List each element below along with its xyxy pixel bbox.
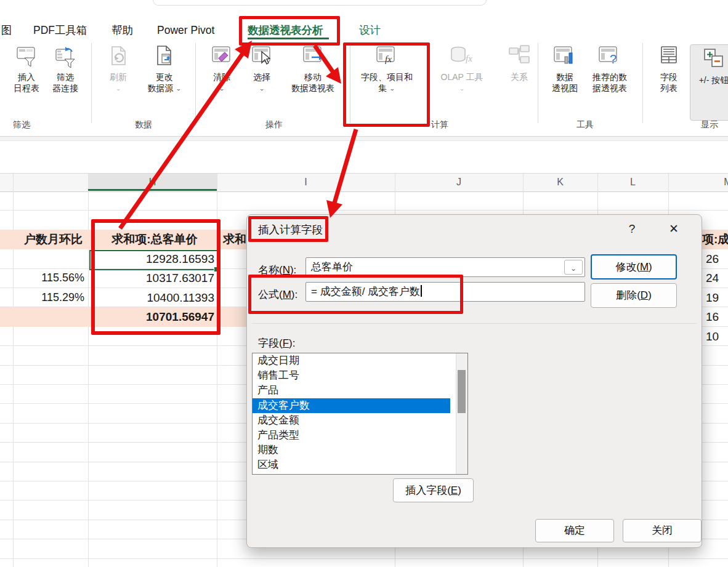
close-icon[interactable]: ✕ [663, 220, 684, 238]
scrollbar-thumb[interactable] [458, 370, 466, 413]
ribbon-lower-strip [0, 137, 728, 141]
relationships-button: 关系 [499, 44, 540, 82]
field-list-icon [649, 44, 689, 70]
annotation-box-pivot-analyze-tab [239, 16, 340, 46]
refresh-icon [99, 44, 138, 70]
annotation-box-formula [248, 275, 463, 314]
cell-right-value[interactable]: 24 [706, 268, 728, 288]
pivot-row-header[interactable]: 户数月环比 [0, 230, 83, 249]
select-button[interactable]: 选择 ⌄ [243, 44, 280, 94]
column-header-i[interactable]: I [217, 174, 395, 191]
cell-pct[interactable]: 115.56% [13, 268, 84, 288]
tab-view-partial[interactable]: 图 [1, 22, 12, 38]
ok-button[interactable]: 确定 [535, 519, 614, 542]
ribbon-separator [642, 43, 643, 123]
clear-icon [203, 44, 240, 70]
ribbon-separator [538, 43, 538, 123]
delete-button[interactable]: 删除(D) [591, 283, 677, 308]
titlebar-tab-outline [153, 0, 487, 6]
select-icon [243, 44, 280, 70]
change-data-source-button[interactable]: 更改 数据源 ⌄ [140, 44, 188, 94]
tab-power-pivot[interactable]: Power Pivot [157, 22, 214, 38]
column-header-m[interactable]: M [714, 174, 728, 191]
svg-text:?: ? [610, 52, 617, 66]
cell-right-value[interactable]: 26 [706, 249, 728, 268]
group-label-calculations: 计算 [431, 119, 448, 131]
column-header-j[interactable]: J [395, 174, 523, 191]
pivot-col-header-right-partial[interactable]: 项:成 [702, 230, 728, 249]
insert-timeline-button[interactable]: 插入 日程表 [9, 44, 44, 94]
dialog-separator [252, 323, 697, 324]
cell-right-value[interactable]: 19 [706, 288, 728, 307]
recommended-pivottables-button[interactable]: ? 推荐的数 据透视表 [586, 44, 633, 94]
olap-tools-icon: fx [431, 44, 493, 70]
list-item[interactable]: 产品类型 [253, 428, 467, 443]
group-label-data: 数据 [135, 119, 152, 131]
move-pivottable-icon [285, 44, 341, 70]
column-header-k[interactable]: K [523, 174, 597, 191]
cell-pct[interactable]: 115.29% [13, 288, 84, 307]
plus-minus-buttons-icon [690, 47, 728, 73]
tab-help[interactable]: 帮助 [111, 22, 133, 38]
list-item[interactable]: 期数 [253, 443, 467, 457]
ribbon-separator [195, 43, 196, 123]
pivot-col-header-partial[interactable]: 求和 [223, 230, 248, 249]
change-data-source-icon [140, 44, 188, 70]
fields-listbox[interactable]: 成交日期 销售工号 产品 成交客户数 成交金额 产品类型 期数 区域 [252, 353, 468, 475]
modify-button[interactable]: 修改(M) [591, 254, 677, 279]
name-value: 总客单价 [311, 261, 353, 273]
annotation-box-price-column [91, 219, 220, 335]
tab-pdf-toolbox[interactable]: PDF工具箱 [33, 22, 87, 38]
clear-button[interactable]: 清除 ⌄ [203, 44, 240, 94]
cell-right-value[interactable]: 10 [706, 327, 728, 346]
pivotchart-icon [545, 44, 584, 70]
listbox-scrollbar[interactable] [456, 353, 467, 474]
excel-window: 图 PDF工具箱 帮助 Power Pivot 数据透视表分析 设计 插入 日程… [0, 0, 728, 567]
list-item[interactable]: 成交日期 [253, 353, 467, 368]
group-label-show: 显示 [701, 119, 718, 131]
annotation-box-dialog-title [248, 216, 328, 242]
cell-right-value[interactable]: 16 [706, 307, 728, 326]
chevron-down-icon: ⌄ [176, 84, 181, 93]
tab-design[interactable]: 设计 [359, 22, 381, 38]
list-item-selected[interactable]: 成交客户数 [253, 398, 450, 413]
chevron-down-icon: ⌄ [219, 84, 224, 93]
annotation-box-fields-items-sets [343, 42, 430, 127]
group-label-filter: 筛选 [13, 119, 30, 131]
ribbon-separator [91, 43, 92, 123]
fields-label: 字段(F): [258, 336, 295, 350]
field-list-button[interactable]: 字段 列表 [649, 44, 689, 94]
plus-minus-buttons-button[interactable]: +/- 按钮 [690, 44, 728, 121]
column-header-h[interactable]: H [88, 174, 217, 191]
chevron-down-icon: ⌄ [115, 84, 121, 93]
close-button[interactable]: 关闭 [623, 519, 702, 542]
selected-column-underline [88, 189, 217, 191]
list-item[interactable]: 区域 [253, 457, 467, 472]
list-item[interactable]: 成交金额 [253, 413, 467, 428]
list-item[interactable]: 销售工号 [253, 368, 467, 383]
group-label-tools: 工具 [576, 119, 594, 131]
recommended-pivottables-icon: ? [586, 44, 633, 70]
pivotchart-button[interactable]: 数据 透视图 [545, 44, 584, 94]
insert-calculated-field-dialog: 插入计算字段 ? ✕ 名称(N): 总客单价 ⌄ 修改(M) 公式(M): = … [246, 214, 702, 548]
chevron-down-icon[interactable]: ⌄ [564, 260, 583, 275]
group-label-actions: 操作 [265, 119, 283, 131]
filter-connections-button[interactable]: 筛选 器连接 [47, 44, 84, 94]
help-icon[interactable]: ? [621, 220, 642, 238]
svg-text:fx: fx [466, 54, 472, 63]
filter-connections-icon [47, 44, 84, 70]
column-header-l[interactable]: L [597, 174, 668, 191]
list-item[interactable]: 产品 [253, 383, 467, 398]
insert-timeline-icon [9, 44, 44, 70]
insert-field-button[interactable]: 插入字段(E) [393, 478, 474, 502]
relationships-icon [499, 44, 540, 70]
olap-tools-button: fx OLAP 工具 ⌄ [431, 44, 493, 94]
move-pivottable-button[interactable]: 移动 数据透视表 [285, 44, 341, 94]
chevron-down-icon: ⌄ [259, 84, 264, 93]
chevron-down-icon: ⌄ [459, 84, 464, 93]
refresh-button: 刷新 ⌄ [99, 44, 138, 94]
